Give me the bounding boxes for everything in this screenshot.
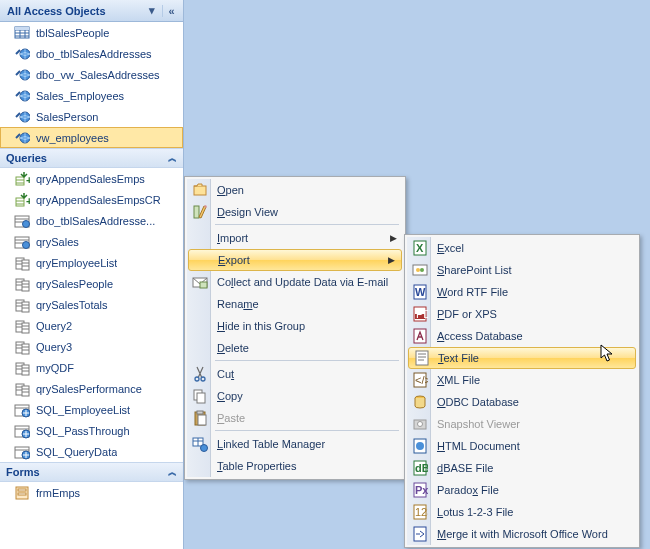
item-label: tblSalesPeople [36,27,109,39]
query-item[interactable]: qrySales [0,231,183,252]
chevron-up-icon: ︽ [168,466,177,479]
item-label: myQDF [36,362,74,374]
item-label: dbo_vw_SalesAddresses [36,69,160,81]
table-item[interactable]: Sales_Employees [0,85,183,106]
query-item[interactable]: qrySalesTotals [0,294,183,315]
svg-rect-108 [416,351,428,365]
menu-item[interactable]: Import▶ [187,227,403,249]
svg-rect-91 [197,411,203,414]
menu-item[interactable]: HTML Document [407,435,637,457]
menu-item[interactable]: ODBC Database [407,391,637,413]
forms-list: frmEmps [0,482,183,503]
svg-rect-81 [18,493,26,495]
table-item[interactable]: dbo_vw_SalesAddresses [0,64,183,85]
svg-point-86 [195,377,199,381]
passthrough-query-icon [14,402,30,418]
table-item[interactable]: tblSalesPeople [0,22,183,43]
lotus-icon: 123 [411,503,429,521]
menu-item-label: SharePoint List [437,264,512,276]
sql-query-icon [14,213,30,229]
menu-item[interactable]: Collect and Update Data via E-mail [187,271,403,293]
menu-item-label: Paste [217,412,245,424]
nav-collapse-button[interactable]: « [162,5,180,17]
select-query-icon [14,381,30,397]
menu-item[interactable]: Open [187,179,403,201]
menu-item[interactable]: Design View [187,201,403,223]
menu-item[interactable]: Hide in this Group [187,315,403,337]
menu-item[interactable]: Copy [187,385,403,407]
section-header-forms[interactable]: Forms ︽ [0,462,183,482]
menu-item[interactable]: PxParadox File [407,479,637,501]
section-header-queries[interactable]: Queries ︽ [0,148,183,168]
query-item[interactable]: SQL_PassThrough [0,420,183,441]
query-item[interactable]: Query2 [0,315,183,336]
menu-item[interactable]: PDFPDF or XPS [407,303,637,325]
menu-item[interactable]: SharePoint List [407,259,637,281]
link-globe-icon [14,88,30,104]
item-label: vw_employees [36,132,109,144]
table-item[interactable]: dbo_tblSalesAddresses [0,43,183,64]
query-item[interactable]: SQL_EmployeeList [0,399,183,420]
form-item[interactable]: frmEmps [0,482,183,503]
menu-item[interactable]: Merge it with Microsoft Office Word [407,523,637,545]
svg-rect-6 [15,27,29,30]
svg-point-27 [23,241,30,248]
menu-item[interactable]: </>XML File [407,369,637,391]
query-item[interactable]: +qryAppendSalesEmps [0,168,183,189]
menu-item-label: Hide in this Group [217,320,305,332]
query-item[interactable]: +qryAppendSalesEmpsCR [0,189,183,210]
select-query-icon [14,255,30,271]
menu-item-label: ODBC Database [437,396,519,408]
query-item[interactable]: qrySalesPerformance [0,378,183,399]
svg-rect-80 [18,489,26,491]
svg-text:Px: Px [415,484,428,496]
sql-query-icon [14,234,30,250]
html-icon [411,437,429,455]
menu-item[interactable]: dBdBASE File [407,457,637,479]
submenu-arrow-icon: ▶ [390,233,397,243]
item-label: dbo_tblSalesAddresses [36,48,152,60]
menu-item: Paste [187,407,403,429]
item-label: SQL_PassThrough [36,425,130,437]
item-label: qryAppendSalesEmpsCR [36,194,161,206]
mail-icon [191,273,209,291]
menu-item-label: Delete [217,342,249,354]
query-item[interactable]: qryEmployeeList [0,252,183,273]
menu-item[interactable]: Export▶ [188,249,402,271]
table-item[interactable]: vw_employees [0,127,183,148]
menu-item[interactable]: Text File [408,347,636,369]
menu-item-label: PDF or XPS [437,308,497,320]
nav-header[interactable]: All Access Objects ▾ « [0,0,183,22]
menu-item[interactable]: Delete [187,337,403,359]
menu-item-label: Paradox File [437,484,499,496]
menu-item-label: HTML Document [437,440,520,452]
nav-filter-dropdown[interactable]: ▾ [144,4,160,17]
item-label: frmEmps [36,487,80,499]
select-query-icon [14,339,30,355]
query-item[interactable]: Query3 [0,336,183,357]
menu-item[interactable]: WWord RTF File [407,281,637,303]
menu-item[interactable]: Cut [187,363,403,385]
queries-list: +qryAppendSalesEmps+qryAppendSalesEmpsCR… [0,168,183,462]
svg-point-23 [23,220,30,227]
text-icon [413,349,431,367]
query-item[interactable]: qrySalesPeople [0,273,183,294]
svg-point-100 [416,268,420,272]
menu-item[interactable]: XExcel [407,237,637,259]
menu-item[interactable]: 123Lotus 1-2-3 File [407,501,637,523]
menu-item-label: Snapshot Viewer [437,418,520,430]
query-item[interactable]: SQL_QueryData [0,441,183,462]
menu-item[interactable]: Rename [187,293,403,315]
paradox-icon: Px [411,481,429,499]
table-item[interactable]: SalesPerson [0,106,183,127]
menu-item[interactable]: Table Properties [187,455,403,477]
query-item[interactable]: myQDF [0,357,183,378]
menu-item[interactable]: Access Database [407,325,637,347]
table-icon [14,25,30,41]
query-item[interactable]: dbo_tblSalesAddresse... [0,210,183,231]
menu-item-label: Linked Table Manager [217,438,325,450]
menu-item: Snapshot Viewer [407,413,637,435]
item-label: qryAppendSalesEmps [36,173,145,185]
xml-icon: </> [411,371,429,389]
menu-item[interactable]: Linked Table Manager [187,433,403,455]
